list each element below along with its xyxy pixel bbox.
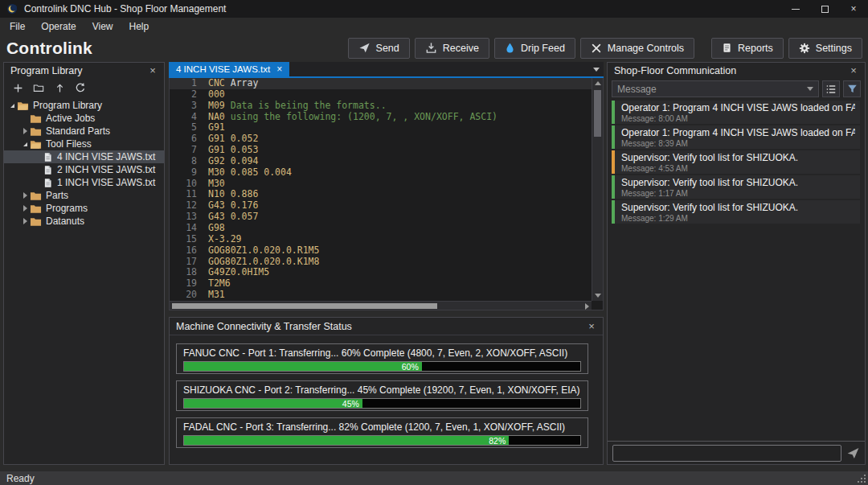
menu-item-view[interactable]: View — [84, 18, 121, 35]
message-item[interactable]: Supervisor: Verify tool list for SHIZUOK… — [612, 175, 860, 199]
horizontal-scroll-thumb[interactable] — [172, 303, 437, 309]
menu-item-help[interactable]: Help — [121, 18, 158, 35]
editor-vertical-scrollbar[interactable] — [592, 78, 603, 301]
menu-item-operate[interactable]: Operate — [33, 18, 84, 35]
minimize-button[interactable] — [781, 0, 810, 18]
twisty-expanded-icon[interactable] — [7, 104, 17, 108]
message-type-select[interactable]: Message — [612, 80, 819, 97]
scroll-down-icon[interactable] — [592, 290, 604, 301]
drip-feed-button[interactable]: Drip Feed — [494, 38, 575, 59]
message-input[interactable] — [612, 445, 841, 462]
tab-list-dropdown[interactable] — [589, 62, 604, 76]
message-filter-button[interactable] — [843, 80, 861, 97]
code-text: G91 — [197, 122, 225, 134]
tree-item-programs[interactable]: Programs — [4, 202, 164, 215]
line-number: 16 — [170, 245, 197, 257]
resize-grip[interactable] — [858, 475, 866, 483]
program-library-close-icon[interactable]: × — [146, 64, 159, 77]
message-filter-row: Message — [608, 79, 865, 99]
upload-icon[interactable] — [53, 81, 66, 94]
close-button[interactable]: × — [839, 0, 868, 18]
twisty-collapsed-icon[interactable] — [20, 128, 30, 134]
code-line: 16GOG80Z1.0.020.0.R1M5 — [170, 245, 592, 257]
line-number: 10 — [170, 179, 197, 190]
brand-row: Controlink SendReceiveDrip FeedManage Co… — [0, 35, 868, 60]
progress-fill: 45% — [184, 399, 362, 408]
folder-open-icon — [30, 138, 42, 150]
vertical-scroll-thumb[interactable] — [594, 90, 601, 137]
tree-item-standard-parts[interactable]: Standard Parts — [4, 125, 164, 138]
scroll-right-icon[interactable] — [582, 302, 592, 310]
editor-horizontal-scrollbar[interactable] — [170, 301, 592, 310]
manage-controls-button[interactable]: Manage Controls — [580, 38, 694, 59]
line-number: 1 — [170, 78, 197, 89]
code-editor[interactable]: 1CNC Array20003M09 Data is beiing the fo… — [169, 78, 604, 310]
message-text: Supervisor: Verify tool list for SHIZUOK… — [621, 202, 855, 213]
file-icon — [43, 165, 53, 175]
code-text: G91 0.053 — [197, 145, 258, 156]
line-number: 6 — [170, 134, 197, 145]
message-item[interactable]: Supervisor: Verify tool list for SHIZUOK… — [612, 200, 860, 224]
message-item[interactable]: Supervisor: Verify tool list for SHIZUOK… — [612, 150, 860, 174]
report-icon — [722, 43, 732, 53]
menu-item-file[interactable]: File — [2, 18, 33, 35]
tree-item-4-inch-vise-jaws-txt[interactable]: 4 INCH VISE JAWS.txt — [4, 150, 164, 163]
titlebar: Controlink DNC Hub - Shop Floor Manageme… — [0, 0, 868, 18]
twisty-collapsed-icon[interactable] — [20, 205, 30, 212]
progress-bar: 82% — [183, 435, 581, 446]
refresh-icon[interactable] — [74, 81, 87, 94]
toolbar-button-label: Send — [376, 43, 399, 54]
funnel-icon — [847, 84, 858, 94]
send-message-button[interactable] — [846, 446, 860, 460]
status-text: Ready — [6, 473, 35, 484]
communication-close-icon[interactable]: × — [847, 64, 860, 77]
tree-item-program-library[interactable]: Program Library — [4, 99, 164, 112]
transfer-status-title: Machine Connectivity & Transfer Status — [176, 321, 352, 332]
code-text: G43 0.176 — [197, 200, 258, 212]
scroll-up-icon[interactable] — [592, 78, 604, 88]
tab-4-inch-vise-jaws[interactable]: 4 INCH VISE JAWS.txt × — [169, 62, 289, 76]
code-line: 20M31 — [170, 290, 592, 301]
reports-button[interactable]: Reports — [711, 38, 784, 59]
message-text: Operator 1: Program 4 INCH VISE JAWS loa… — [621, 102, 855, 113]
message-item[interactable]: Operator 1: Program 4 INCH VISE JAWS loa… — [612, 101, 860, 124]
tree-item-datanuts[interactable]: Datanuts — [4, 215, 164, 228]
add-icon[interactable] — [11, 81, 24, 94]
twisty-collapsed-icon[interactable] — [20, 192, 30, 199]
message-item[interactable]: Operator 1: Program 4 INCH VISE JAWS loa… — [612, 125, 860, 149]
window-title: Controlink DNC Hub - Shop Floor Manageme… — [24, 3, 226, 14]
message-list-view-button[interactable] — [822, 80, 840, 97]
tree-item-parts[interactable]: Parts — [4, 189, 164, 202]
line-number: 15 — [170, 234, 197, 245]
tree-item-active-jobs[interactable]: Active Jobs — [4, 112, 164, 125]
chevron-down-icon — [807, 87, 813, 91]
message-meta: Message: 8:00 AM — [621, 114, 855, 123]
droplet-icon — [505, 43, 515, 53]
message-text: Supervisor: Verify tool list for SHIZUOK… — [621, 152, 855, 163]
code-area[interactable]: 1CNC Array20003M09 Data is beiing the fo… — [170, 78, 592, 301]
twisty-expanded-icon[interactable] — [20, 142, 30, 146]
code-line: 9M30 0.085 0.004 — [170, 167, 592, 179]
progress-percent-label: 60% — [402, 362, 422, 372]
new-folder-icon[interactable] — [32, 81, 45, 94]
gear-icon — [799, 43, 810, 54]
line-number: 18 — [170, 267, 197, 278]
settings-button[interactable]: Settings — [788, 38, 862, 59]
tree-item-1-inch-vise-jaws-txt[interactable]: 1 INCH VISE JAWS.txt — [4, 176, 164, 189]
tree-item-tool-filess[interactable]: Tool Filess — [4, 138, 164, 150]
receive-button[interactable]: Receive — [415, 38, 489, 59]
maximize-button[interactable] — [810, 0, 839, 18]
tree-item-2-inch-vise-jaws-txt[interactable]: 2 INCH VISE JAWS.txt — [4, 163, 164, 176]
tree-item-label: Standard Parts — [46, 125, 110, 137]
send-button[interactable]: Send — [348, 38, 410, 59]
tools-icon — [591, 43, 602, 54]
line-number: 2 — [170, 89, 197, 101]
line-number: 7 — [170, 145, 197, 156]
tab-close-icon[interactable]: × — [276, 64, 282, 75]
transfer-cards: FANUC CNC - Port 1: Transferring... 60% … — [170, 335, 603, 448]
file-icon — [43, 152, 53, 162]
transfer-status-close-icon[interactable]: × — [585, 320, 598, 333]
twisty-collapsed-icon[interactable] — [20, 218, 30, 224]
code-text: 000 — [197, 89, 225, 101]
message-meta: Message: 8:39 AM — [621, 139, 855, 148]
